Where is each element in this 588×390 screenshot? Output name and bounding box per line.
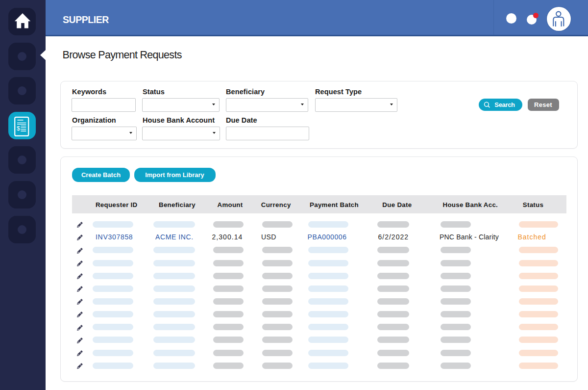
svg-text:$: $ xyxy=(17,125,20,132)
